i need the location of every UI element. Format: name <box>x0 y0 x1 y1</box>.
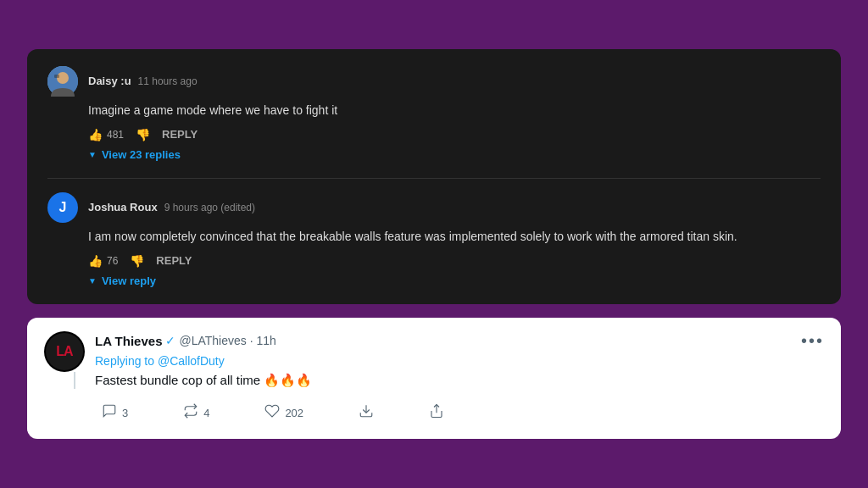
youtube-comments-card: Daisy :u 11 hours ago Imagine a game mod… <box>27 49 841 304</box>
comment-text-daisy: Imagine a game mode where we have to fig… <box>88 102 821 119</box>
verified-icon: ✓ <box>165 334 175 347</box>
tweet-avatar-column: LA <box>44 331 85 426</box>
reply-button-daisy[interactable]: REPLY <box>162 128 198 141</box>
tweet-thread-line <box>74 372 75 389</box>
comment-time-daisy: 11 hours ago <box>138 75 198 87</box>
comment-text-joshua: I am now completely convinced that the b… <box>88 228 821 246</box>
like-action[interactable]: 202 <box>258 400 310 425</box>
tweet-handle-time: @LAThieves · 11h <box>179 334 275 347</box>
tweet-layout: LA LA Thieves ✓ @LAThieves · <box>44 331 824 426</box>
thumbs-up-icon-j: 👍 <box>88 254 103 268</box>
view-reply-joshua[interactable]: ▼ View reply <box>88 274 821 287</box>
view-replies-daisy[interactable]: ▼ View 23 replies <box>88 148 821 161</box>
comment-daisy: Daisy :u 11 hours ago Imagine a game mod… <box>47 66 821 161</box>
la-logo: LA <box>56 344 72 359</box>
avatar-joshua: J <box>47 192 78 223</box>
like-count-joshua: 76 <box>107 255 118 267</box>
share-action[interactable] <box>422 400 451 425</box>
comment-actions-daisy: 👍 481 👎 REPLY <box>88 128 821 141</box>
chevron-down-icon: ▼ <box>88 150 97 159</box>
thumbs-down-icon: 👎 <box>136 128 150 141</box>
view-replies-label-daisy: View 23 replies <box>102 148 181 161</box>
like-button-daisy[interactable]: 👍 481 <box>88 128 124 141</box>
view-reply-label-joshua: View reply <box>102 274 156 287</box>
avatar-la-thieves: LA <box>44 331 85 372</box>
tweet-header: LA Thieves ✓ @LAThieves · 11h ••• <box>95 331 824 351</box>
like-count-daisy: 481 <box>107 129 124 141</box>
retweet-icon <box>183 403 198 422</box>
svg-rect-2 <box>54 75 59 78</box>
comment-count: 3 <box>122 407 128 419</box>
like-count: 202 <box>285 407 303 419</box>
comment-body-joshua: I am now completely convinced that the b… <box>47 228 821 287</box>
tweet-time: 11h <box>256 334 275 347</box>
tweet-name-handle: LA Thieves ✓ @LAThieves · 11h <box>95 334 276 348</box>
tweet-text: Fastest bundle cop of all time 🔥🔥🔥 <box>95 371 824 391</box>
replying-prefix: Replying to <box>95 354 154 368</box>
heart-icon <box>264 403 280 422</box>
comment-author-daisy: Daisy :u <box>88 75 131 87</box>
tweet-user-info: LA Thieves ✓ @LAThieves · 11h <box>95 334 276 348</box>
comment-body-daisy: Imagine a game mode where we have to fig… <box>47 102 821 161</box>
comment-action[interactable]: 3 <box>95 400 135 425</box>
comment-icon <box>102 403 117 422</box>
tweet-content: LA Thieves ✓ @LAThieves · 11h ••• Replyi… <box>95 331 824 426</box>
comment-time-joshua: 9 hours ago (edited) <box>164 202 255 214</box>
dislike-button-daisy[interactable]: 👎 <box>136 128 150 141</box>
like-button-joshua[interactable]: 👍 76 <box>88 254 118 268</box>
reply-button-joshua[interactable]: REPLY <box>156 254 192 267</box>
thumbs-down-icon-j: 👎 <box>130 254 144 268</box>
tweet-author-name: LA Thieves <box>95 334 162 348</box>
comment-author-joshua: Joshua Roux <box>88 201 158 214</box>
download-icon <box>359 403 374 422</box>
download-action[interactable] <box>352 400 381 425</box>
retweet-action[interactable]: 4 <box>176 400 216 425</box>
tweet-name-row: LA Thieves ✓ @LAThieves · 11h <box>95 334 276 348</box>
dislike-button-joshua[interactable]: 👎 <box>130 254 144 268</box>
tweet-replying-to: Replying to @CallofDuty <box>95 354 824 368</box>
comment-actions-joshua: 👍 76 👎 REPLY <box>88 254 821 268</box>
svg-point-1 <box>57 72 69 84</box>
chevron-down-icon-j: ▼ <box>88 276 97 286</box>
share-icon <box>429 403 444 422</box>
comment-header-joshua: J Joshua Roux 9 hours ago (edited) <box>47 192 821 223</box>
tweet-more-button[interactable]: ••• <box>801 331 824 351</box>
replying-handle[interactable]: @CallofDuty <box>158 354 225 368</box>
thumbs-up-icon: 👍 <box>88 128 103 141</box>
tweet-handle: @LAThieves <box>179 334 246 347</box>
comment-meta-joshua: Joshua Roux 9 hours ago (edited) <box>88 201 255 214</box>
comment-header: Daisy :u 11 hours ago <box>47 66 821 97</box>
avatar-daisy <box>47 66 78 97</box>
twitter-card: LA LA Thieves ✓ @LAThieves · <box>27 318 841 440</box>
retweet-count: 4 <box>203 407 209 419</box>
avatar-letter-joshua: J <box>59 200 67 215</box>
avatar-inner: LA <box>46 333 83 370</box>
comment-meta-daisy: Daisy :u 11 hours ago <box>88 75 198 87</box>
comment-joshua: J Joshua Roux 9 hours ago (edited) I am … <box>47 192 821 287</box>
comment-separator <box>47 178 821 179</box>
tweet-actions: 3 4 202 <box>95 400 451 425</box>
